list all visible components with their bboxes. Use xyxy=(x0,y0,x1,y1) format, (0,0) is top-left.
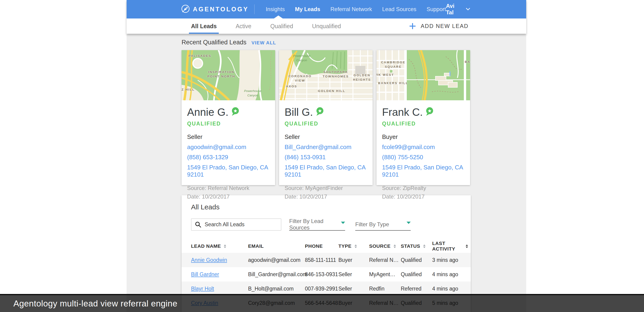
active-nav-pointer xyxy=(274,16,283,19)
lead-address-link[interactable]: 1549 El Prado, San Diego, CA 92101 xyxy=(382,164,464,178)
map-area-label: Z HILL xyxy=(182,88,195,92)
tab-all-leads[interactable]: All Leads xyxy=(191,19,217,34)
map-thumbnail[interactable]: Powerhouse Canyon CORONADO VIEW AXOS SOU… xyxy=(279,50,372,100)
tab-unqualified[interactable]: Unqualified xyxy=(312,19,341,34)
lead-cards-row: PALISADES INSPIRATION POINT NORTH Z HILL… xyxy=(182,50,526,185)
cell-type: Seller xyxy=(338,271,369,277)
caption-text: Agentology multi-lead view referral engi… xyxy=(14,299,178,308)
column-header-source[interactable]: SOURCE xyxy=(369,243,401,249)
dropdown-arrow-icon xyxy=(406,222,411,224)
map-area-label: CAMBRIDGE SQUARE xyxy=(379,60,408,69)
caption-overlay: Agentology multi-lead view referral engi… xyxy=(0,294,644,312)
sort-icon xyxy=(224,244,226,248)
tab-active[interactable]: Active xyxy=(236,19,251,34)
lead-name-link[interactable]: Bill Gardner xyxy=(191,271,219,277)
section-title: Recent Qualified Leads xyxy=(182,39,246,46)
tab-qualified[interactable]: Qualified xyxy=(270,19,293,34)
user-name: Avi Tal xyxy=(446,3,462,16)
map-area-label: BAL xyxy=(465,60,470,64)
view-all-link[interactable]: VIEW ALL xyxy=(252,40,276,46)
cell-last-activity: 4 mins ago xyxy=(432,286,468,292)
cell-source: Referral N… xyxy=(369,257,401,263)
table-controls: Filter By Lead Sources Filter By Type xyxy=(191,218,461,231)
add-new-lead-button[interactable]: ADD NEW LEAD xyxy=(409,23,468,30)
lead-date: Date: 10/20/2017 xyxy=(382,192,464,201)
cell-status: Referred xyxy=(401,286,432,292)
map-thumbnail[interactable]: CAMBRIDGE SQUARE RK WEST BANKERS HILL BA… xyxy=(376,50,470,100)
table-row[interactable]: Annie Goodwin agoodwin@gmail.com 858-111… xyxy=(182,253,471,267)
lead-email-link[interactable]: Bill_Gardner@gmail.com xyxy=(284,144,367,151)
column-header-email[interactable]: EMAIL xyxy=(248,243,305,249)
nav-item-lead-sources[interactable]: Lead Sources xyxy=(382,6,416,13)
map-area-label: Powerhouse Canyon xyxy=(240,89,266,98)
cell-source: MyAgent… xyxy=(369,271,401,277)
column-header-type[interactable]: TYPE xyxy=(338,243,369,249)
lead-email-link[interactable]: agoodwin@gmail.com xyxy=(187,144,270,151)
brand-logo[interactable]: AGENTOLOGY xyxy=(181,5,249,14)
lead-name-link[interactable]: Blayr Holt xyxy=(191,286,214,292)
status-badge: QUALIFIED xyxy=(187,121,270,127)
table-row[interactable]: Bill Gardner Bill_Gardner@gmail.com 846-… xyxy=(182,267,471,281)
lead-card-bill[interactable]: Powerhouse Canyon CORONADO VIEW AXOS SOU… xyxy=(279,50,372,185)
column-label: LAST ACTIVITY xyxy=(432,241,463,252)
nav-items: Insights My Leads Referral Network Lead … xyxy=(266,6,446,13)
lead-name: Frank C. xyxy=(382,106,423,118)
map-thumbnail[interactable]: PALISADES INSPIRATION POINT NORTH Z HILL… xyxy=(182,50,275,100)
cell-type: Seller xyxy=(338,286,369,292)
plus-icon xyxy=(409,23,416,30)
nav-item-referral-network[interactable]: Referral Network xyxy=(330,6,372,13)
user-menu[interactable]: Avi Tal xyxy=(446,3,470,16)
top-navbar: AGENTOLOGY Insights My Leads Referral Ne… xyxy=(126,0,526,19)
search-input[interactable] xyxy=(205,221,274,228)
table-row[interactable]: Blayr Holt B_Holt@gmail.com 007-939-2991… xyxy=(182,281,471,296)
filter-type[interactable]: Filter By Type xyxy=(355,218,411,231)
column-label: STATUS xyxy=(401,243,420,249)
cell-source: Redfin xyxy=(369,286,401,292)
column-header-lead-name[interactable]: LEAD NAME xyxy=(191,243,248,249)
lead-name-link[interactable]: Annie Goodwin xyxy=(191,257,227,263)
nav-item-insights[interactable]: Insights xyxy=(266,6,285,13)
sort-icon-active xyxy=(466,244,468,248)
sort-icon xyxy=(354,244,357,248)
column-label: EMAIL xyxy=(248,243,264,249)
leads-tabbar: All Leads Active Qualified Unqualified A… xyxy=(126,19,526,34)
column-header-phone[interactable]: PHONE xyxy=(305,243,338,249)
lead-card-annie[interactable]: PALISADES INSPIRATION POINT NORTH Z HILL… xyxy=(182,50,275,185)
map-area-label: PALISADES xyxy=(188,54,211,58)
map-area-label: GOLDEN HEIGHTS xyxy=(348,73,372,82)
nav-item-my-leads[interactable]: My Leads xyxy=(295,6,320,13)
lead-address-link[interactable]: 1549 El Prado, San Diego, CA 92101 xyxy=(187,164,270,178)
add-new-lead-label: ADD NEW LEAD xyxy=(421,23,468,29)
dropdown-arrow-icon xyxy=(341,222,345,224)
page-content: Recent Qualified Leads VIEW ALL xyxy=(126,34,526,312)
column-header-status[interactable]: STATUS xyxy=(401,243,432,249)
lead-phone-link[interactable]: (858) 653-1329 xyxy=(187,154,270,161)
column-header-last-activity[interactable]: LAST ACTIVITY xyxy=(432,241,468,252)
lead-phone-link[interactable]: (880) 755-5250 xyxy=(382,154,464,161)
lead-address-link[interactable]: 1549 El Prado, San Diego, CA 92101 xyxy=(284,164,367,178)
filter-lead-sources[interactable]: Filter By Lead Sources xyxy=(289,218,345,231)
cell-email: Bill_Gardner@gmail.com xyxy=(248,271,305,277)
recent-qualified-header: Recent Qualified Leads VIEW ALL xyxy=(182,34,526,46)
sort-icon xyxy=(423,244,426,248)
sort-icon xyxy=(394,244,396,248)
cell-email: agoodwin@gmail.com xyxy=(248,257,305,263)
cell-phone: 007-939-2991 xyxy=(305,286,338,292)
cell-email: B_Holt@gmail.com xyxy=(248,286,305,292)
column-label: SOURCE xyxy=(369,243,390,249)
lead-source: Source: ZipRealty xyxy=(382,184,464,192)
lead-phone-link[interactable]: (846) 153-0931 xyxy=(284,154,367,161)
lead-date: Date: 10/20/2017 xyxy=(284,192,367,201)
lead-source: Source: Referral Network xyxy=(187,184,270,192)
nav-item-support[interactable]: Support xyxy=(427,6,446,13)
map-area-label: AXOS xyxy=(286,84,297,89)
nav-divider xyxy=(254,5,255,14)
search-box[interactable] xyxy=(191,218,281,231)
lead-email-link[interactable]: fcole99@gmail.com xyxy=(382,144,464,151)
map-area-label: CORONADO VIEW xyxy=(286,74,314,83)
lead-type: Seller xyxy=(187,133,270,141)
map-pin-icon xyxy=(232,107,239,117)
cell-status: Qualified xyxy=(401,257,432,263)
lead-card-frank[interactable]: CAMBRIDGE SQUARE RK WEST BANKERS HILL BA… xyxy=(376,50,470,185)
cell-type: Buyer xyxy=(338,257,369,263)
